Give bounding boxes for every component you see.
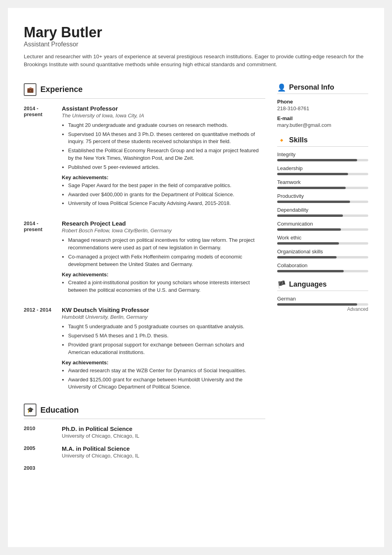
job-date: 2014 - present (24, 105, 55, 211)
job-company: Robert Bosch Fellow, Iowa City/Berlin, G… (62, 228, 265, 233)
job-bullets: Taught 20 undergraduate and graduate cou… (62, 122, 265, 171)
skill-bar-fill (277, 187, 346, 189)
achievements-list: Awarded research stay at the WZB Center … (62, 367, 265, 391)
skill-bar-background (277, 159, 368, 161)
skill-bar-fill (277, 214, 343, 217)
achievement-item: Awarded research stay at the WZB Center … (68, 367, 265, 375)
experience-divider (24, 98, 265, 99)
skill-bar-fill (277, 270, 344, 272)
education-section: 🎓 Education 2010 Ph.D. in Political Scie… (24, 404, 265, 471)
education-header: 🎓 Education (24, 404, 265, 416)
experience-item: 2012 - 2014 KW Deutsch Visiting Professo… (24, 306, 265, 394)
candidate-summary: Lecturer and researcher with 10+ years o… (24, 53, 368, 69)
email-value: mary.butler@gmail.com (277, 122, 368, 128)
skill-bar-fill (277, 228, 341, 231)
skill-name: Communication (277, 221, 368, 227)
phone-value: 218-310-8761 (277, 105, 368, 111)
languages-icon: 🏴 (277, 280, 286, 289)
language-level: Advanced (277, 306, 368, 312)
skill-bar-background (277, 242, 368, 245)
education-item: 2010 Ph.D. in Political Science Universi… (24, 425, 265, 439)
job-title: Research Project Lead (62, 220, 265, 227)
skill-item: Organizational skills (277, 249, 368, 258)
skills-list: Integrity Leadership Teamwork Productivi… (277, 151, 368, 272)
skill-item: Dependability (277, 207, 368, 217)
skill-name: Dependability (277, 207, 368, 213)
language-bar-background (277, 303, 368, 306)
key-achievements-label: Key achievements: (62, 174, 265, 180)
edu-degree: M.A. in Political Science (62, 445, 139, 452)
left-column: 💼 Experience 2014 - present Assistant Pr… (24, 83, 265, 479)
languages-section: 🏴 Languages German Advanced (277, 280, 368, 312)
job-date: 2012 - 2014 (24, 306, 55, 394)
skill-bar-background (277, 214, 368, 217)
achievements-list: Sage Paper Award for the best paper in t… (62, 182, 265, 208)
skill-bar-background (277, 173, 368, 175)
education-icon: 🎓 (24, 404, 36, 416)
edu-school: University of Chicago, Chicago, IL (62, 433, 139, 439)
job-company: The University of Iowa, Iowa City, IA (62, 113, 265, 119)
edu-details: Ph.D. in Political Science University of… (62, 425, 139, 439)
bullet-item: Supervised 10 MA theses and 3 Ph.D. thes… (68, 131, 265, 146)
phone-label: Phone (277, 99, 368, 105)
job-title: KW Deutsch Visiting Professor (62, 306, 265, 313)
edu-school: University of Chicago, Chicago, IL (62, 453, 139, 459)
main-content: 💼 Experience 2014 - present Assistant Pr… (24, 83, 368, 479)
job-bullets: Taught 5 undergraduate and 5 postgraduat… (62, 323, 265, 356)
skill-name: Organizational skills (277, 249, 368, 255)
skills-title: Skills (289, 136, 308, 144)
skill-bar-background (277, 270, 368, 272)
language-bar-fill (277, 303, 357, 306)
job-details: Assistant Professor The University of Io… (62, 105, 265, 211)
skill-name: Teamwork (277, 179, 368, 185)
languages-header: 🏴 Languages (277, 280, 368, 289)
skills-header: 🔸 Skills (277, 136, 368, 145)
experience-header: 💼 Experience (24, 83, 265, 96)
education-divider (24, 419, 265, 419)
education-title: Education (40, 406, 79, 415)
experience-item: 2014 - present Assistant Professor The U… (24, 105, 265, 211)
skill-item: Communication (277, 221, 368, 231)
skill-bar-background (277, 256, 368, 258)
bullet-item: Managed research project on political in… (68, 237, 265, 252)
job-title: Assistant Professor (62, 105, 265, 112)
skill-item: Teamwork (277, 179, 368, 189)
skill-bar-fill (277, 256, 337, 258)
skill-name: Collaboration (277, 262, 368, 268)
bullet-item: Provided grant proposal support for exch… (68, 341, 265, 356)
personal-info-divider (277, 94, 368, 94)
bullet-item: Taught 20 undergraduate and graduate cou… (68, 122, 265, 129)
skill-item: Leadership (277, 165, 368, 175)
bullet-item: Published over 5 peer-reviewed articles. (68, 164, 265, 171)
skill-item: Work ethic (277, 235, 368, 245)
candidate-name: Mary Butler (24, 24, 368, 41)
key-achievements-label: Key achievements: (62, 272, 265, 278)
achievement-item: Sage Paper Award for the best paper in t… (68, 182, 265, 189)
bullet-item: Co-managed a project with Felix Hoffenhe… (68, 253, 265, 268)
skills-section: 🔸 Skills Integrity Leadership Teamwork P… (277, 136, 368, 272)
email-label: E-mail (277, 115, 368, 121)
achievements-list: Created a joint-institutional position f… (62, 279, 265, 294)
personal-info-title: Personal Info (289, 83, 334, 92)
skill-bar-background (277, 228, 368, 231)
education-item: 2005 M.A. in Political Science Universit… (24, 445, 265, 459)
achievement-item: Awarded over $400,000 in grants for the … (68, 191, 265, 199)
skill-name: Leadership (277, 165, 368, 171)
personal-info-icon: 👤 (277, 83, 286, 92)
achievement-item: Created a joint-institutional position f… (68, 279, 265, 294)
skill-bar-background (277, 187, 368, 189)
skill-item: Collaboration (277, 262, 368, 272)
edu-date: 2010 (24, 425, 55, 439)
experience-item: 2014 - present Research Project Lead Rob… (24, 220, 265, 297)
job-date: 2014 - present (24, 220, 55, 297)
job-company: Humboldt University, Berlin, Germany (62, 314, 265, 320)
language-item: German Advanced (277, 296, 368, 312)
skill-bar-fill (277, 242, 339, 245)
experience-icon: 💼 (24, 83, 36, 96)
edu-details: M.A. in Political Science University of … (62, 445, 139, 459)
skill-item: Integrity (277, 151, 368, 161)
skill-item: Productivity (277, 193, 368, 203)
language-name: German (277, 296, 368, 302)
experience-title: Experience (40, 85, 83, 94)
education-item: 2003 (24, 465, 265, 471)
